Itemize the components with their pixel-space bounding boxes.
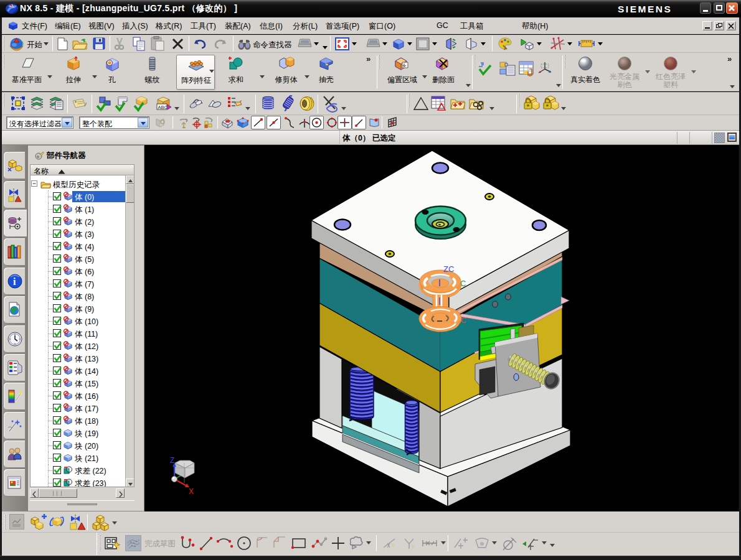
svg-text:ABC: ABC [158, 105, 168, 110]
svg-text:C: C [460, 279, 466, 288]
svg-text:Z: Z [170, 456, 174, 465]
svg-text:i: i [13, 276, 16, 287]
svg-text:ZC: ZC [443, 264, 454, 274]
svg-text:X: X [189, 487, 194, 496]
svg-text:C: C [461, 316, 466, 325]
